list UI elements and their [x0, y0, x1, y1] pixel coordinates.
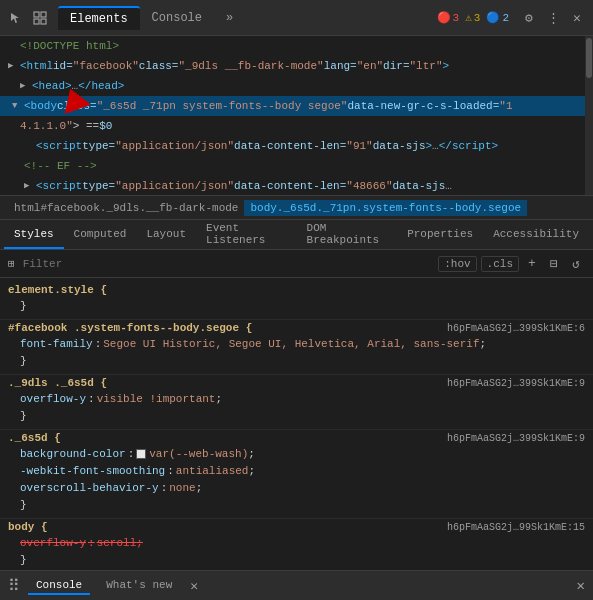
hov-button[interactable]: :hov [438, 256, 476, 272]
css-property-empty: } [8, 298, 585, 315]
warn-badge[interactable]: ⚠ 3 [465, 11, 480, 24]
tag-script1: <script [36, 137, 82, 155]
css-property-overflow-y-important: overflow-y : visible !important ; [8, 391, 585, 408]
tab-more[interactable]: » [214, 7, 245, 29]
css-selector-element-style: element.style { [8, 284, 585, 296]
tab-elements[interactable]: Elements [58, 6, 140, 30]
attr-id-val: "facebook" [73, 57, 139, 75]
devtools-toolbar: Elements Console » 🔴 3 ⚠ 3 🔵 2 ⚙ ⋮ ✕ [0, 0, 593, 36]
css-selector-body: body { h6pFmAaSG2j…99Sk1KmE:15 [8, 521, 585, 533]
css-selector-6s5d: ._6s5d { h6pFmAaSG2j…399Sk1KmE:9 [8, 432, 585, 444]
breadcrumb: html#facebook._9dls.__fb-dark-mode body.… [0, 196, 593, 220]
css-rule-body: body { h6pFmAaSG2j…99Sk1KmE:15 overflow-… [0, 519, 593, 574]
html-line-head[interactable]: <head> … </head> [0, 76, 593, 96]
arrow-head[interactable] [20, 77, 30, 95]
css-property-font-family: font-family : Segoe UI Historic, Segoe U… [8, 336, 585, 353]
doctype-text: <!DOCTYPE html> [20, 37, 119, 55]
html-line-script1[interactable]: <script type="application/json" data-con… [0, 136, 593, 156]
source-link-6s5d[interactable]: h6pFmAaSG2j…399Sk1KmE:9 [447, 433, 585, 444]
console-tab-whatsnew[interactable]: What's new [98, 577, 180, 595]
filter-icon: ⊞ [8, 257, 15, 270]
html-line-body-cont: 4.1.1.0" > == $0 [0, 116, 593, 136]
console-close-whatsnew[interactable]: ✕ [190, 578, 198, 594]
main-tabs: Elements Console » [58, 6, 245, 30]
filter-actions: :hov .cls + ⊟ ↺ [438, 255, 585, 273]
dollar-zero: $0 [99, 117, 112, 135]
console-dots-icon[interactable]: ⠿ [8, 576, 20, 596]
more-icon[interactable]: ⋮ [543, 8, 563, 28]
close-icon[interactable]: ✕ [567, 8, 587, 28]
css-selector-facebook-segoe: #facebook .system-fonts--body.segoe { h6… [8, 322, 585, 334]
html-line-html[interactable]: <html id="facebook" class="_9dls __fb-da… [0, 56, 593, 76]
selector-text-element-style: element.style { [8, 284, 107, 296]
body-cont-text: 4.1.1.0" [20, 117, 73, 135]
elements-panel: <!DOCTYPE html> <html id="facebook" clas… [0, 36, 593, 196]
css-property-webkit-font-smoothing: -webkit-font-smoothing : antialiased ; [8, 463, 585, 480]
attr-id: id= [53, 57, 73, 75]
settings-icon[interactable]: ⚙ [519, 8, 539, 28]
attr-content-len1-val: "91" [346, 137, 372, 155]
color-swatch-bg[interactable] [136, 449, 146, 459]
styles-panel: Styles Computed Layout Event Listeners D… [0, 220, 593, 600]
css-property-overflow-y-scroll: overflow-y : scroll ; [8, 535, 585, 552]
sub-tab-dom-breakpoints[interactable]: DOM Breakpoints [297, 220, 398, 249]
info-badge[interactable]: 🔵 2 [486, 11, 509, 24]
css-property-background-color: background-color : var(--web-wash) ; [8, 446, 585, 463]
filter-bar: ⊞ :hov .cls + ⊟ ↺ [0, 250, 593, 278]
error-count: 3 [453, 12, 460, 24]
console-tab-console[interactable]: Console [28, 577, 90, 595]
sub-tab-styles[interactable]: Styles [4, 220, 64, 249]
elements-scrollbar[interactable] [585, 36, 593, 195]
breadcrumb-body[interactable]: body._6s5d._71pn.system-fonts--body.sego… [244, 200, 527, 216]
arrow-html[interactable] [8, 57, 18, 75]
svg-rect-1 [41, 12, 46, 17]
attr-content-len1: data-content-len= [234, 137, 346, 155]
sub-tab-computed[interactable]: Computed [64, 220, 137, 249]
info-icon: 🔵 [486, 11, 500, 24]
warn-icon: ⚠ [465, 11, 472, 24]
html-line-comment[interactable]: <!-- EF --> [0, 156, 593, 176]
sub-tab-properties[interactable]: Properties [397, 220, 483, 249]
tag-body-open: <body [24, 97, 57, 115]
attr-dir-val: "ltr" [410, 57, 443, 75]
tag-script2: <script [36, 177, 82, 195]
source-link-body[interactable]: h6pFmAaSG2j…99Sk1KmE:15 [447, 522, 585, 533]
attr-class: class= [139, 57, 179, 75]
error-badge[interactable]: 🔴 3 [437, 11, 460, 24]
error-icon: 🔴 [437, 11, 451, 24]
cursor-icon[interactable] [6, 8, 26, 28]
elements-scroll-thumb[interactable] [586, 38, 592, 78]
selector-text-facebook-segoe: #facebook .system-fonts--body.segoe { [8, 322, 252, 334]
console-close-all-icon[interactable]: ✕ [577, 577, 585, 594]
inspect-icon[interactable] [30, 8, 50, 28]
breadcrumb-html[interactable]: html#facebook._9dls.__fb-dark-mode [8, 200, 244, 216]
sub-tab-event-listeners[interactable]: Event Listeners [196, 220, 297, 249]
refresh-icon[interactable]: ↺ [567, 255, 585, 273]
source-link-9dls-6s5d[interactable]: h6pFmAaSG2j…399Sk1KmE:9 [447, 378, 585, 389]
cls-button[interactable]: .cls [481, 256, 519, 272]
arrow-body[interactable] [12, 97, 22, 115]
sub-tab-layout[interactable]: Layout [136, 220, 196, 249]
selector-text-body: body { [8, 521, 48, 533]
arrow-script2[interactable] [24, 177, 34, 195]
selector-text-6s5d: ._6s5d { [8, 432, 61, 444]
html-line-doctype[interactable]: <!DOCTYPE html> [0, 36, 593, 56]
tab-console[interactable]: Console [140, 7, 214, 29]
toggle-icon[interactable]: ⊟ [545, 255, 563, 273]
attr-sjs1: data-sjs [373, 137, 426, 155]
filter-input[interactable] [23, 258, 431, 270]
attr-dir: dir= [383, 57, 409, 75]
html-line-script2[interactable]: <script type="application/json" data-con… [0, 176, 593, 196]
badge-group: 🔴 3 ⚠ 3 🔵 2 [437, 11, 509, 24]
sub-tabs: Styles Computed Layout Event Listeners D… [0, 220, 593, 250]
css-rule-element-style: element.style { } [0, 282, 593, 320]
add-rule-icon[interactable]: + [523, 255, 541, 273]
source-link-facebook-segoe[interactable]: h6pFmAaSG2j…399Sk1KmE:6 [447, 323, 585, 334]
attr-body-class-val: "_6s5d _71pn system-fonts--body segoe" [97, 97, 348, 115]
svg-rect-3 [41, 19, 46, 24]
attr-lang: lang= [324, 57, 357, 75]
attr-data-new: data-new-gr-c-s-loaded= [347, 97, 499, 115]
css-rule-6s5d: ._6s5d { h6pFmAaSG2j…399Sk1KmE:9 backgro… [0, 430, 593, 519]
css-rules: element.style { } #facebook .system-font… [0, 278, 593, 600]
sub-tab-accessibility[interactable]: Accessibility [483, 220, 589, 249]
